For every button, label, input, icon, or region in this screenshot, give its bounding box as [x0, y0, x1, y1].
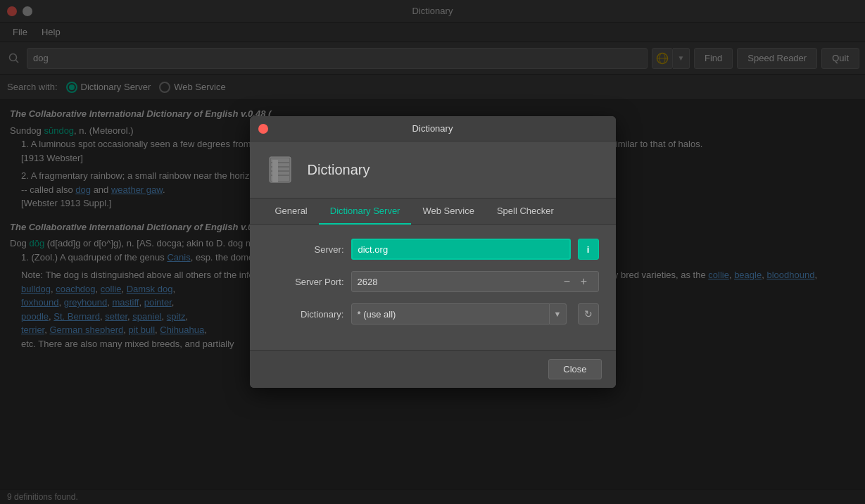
dictionary-row: Dictionary: * (use all) English German F…: [267, 303, 599, 325]
server-label: Server:: [267, 244, 344, 255]
tab-web-service[interactable]: Web Service: [411, 199, 485, 225]
port-value: 2628: [358, 277, 559, 287]
tab-general[interactable]: General: [264, 199, 319, 225]
preferences-modal: Dictionary Dictionary General Dictionary: [250, 116, 616, 388]
server-input[interactable]: [351, 239, 571, 260]
modal-footer: Close: [250, 350, 616, 388]
port-input-wrap: 2628 − +: [351, 271, 599, 292]
dictionary-label: Dictionary:: [267, 309, 344, 320]
server-row: Server: i: [267, 239, 599, 260]
modal-title: Dictionary: [412, 123, 453, 134]
dict-select-wrap: * (use all) English German French ▼: [351, 303, 567, 325]
dict-select-arrow[interactable]: ▼: [550, 303, 567, 325]
modal-header-title: Dictionary: [308, 162, 370, 178]
dict-refresh-button[interactable]: ↻: [578, 303, 599, 325]
modal-close-titlebar-button[interactable]: [258, 124, 268, 134]
tab-spell-checker[interactable]: Spell Checker: [486, 199, 565, 225]
modal-titlebar: Dictionary: [250, 116, 616, 141]
port-decrement-button[interactable]: −: [559, 273, 576, 290]
port-increment-button[interactable]: +: [576, 273, 593, 290]
modal-header: Dictionary: [250, 141, 616, 199]
modal-close-button[interactable]: Close: [548, 359, 601, 379]
tab-dictionary-server[interactable]: Dictionary Server: [319, 199, 412, 225]
dictionary-select[interactable]: * (use all) English German French: [351, 303, 550, 325]
port-row: Server Port: 2628 − +: [267, 271, 599, 292]
server-info-button[interactable]: i: [578, 239, 599, 260]
port-label: Server Port:: [267, 277, 344, 287]
modal-body: Server: i Server Port: 2628 − + Dictiona…: [250, 225, 616, 350]
dictionary-icon: [264, 153, 298, 187]
modal-tabs: General Dictionary Server Web Service Sp…: [250, 199, 616, 225]
modal-overlay: Dictionary Dictionary General Dictionary: [0, 0, 865, 504]
svg-rect-11: [272, 160, 278, 182]
